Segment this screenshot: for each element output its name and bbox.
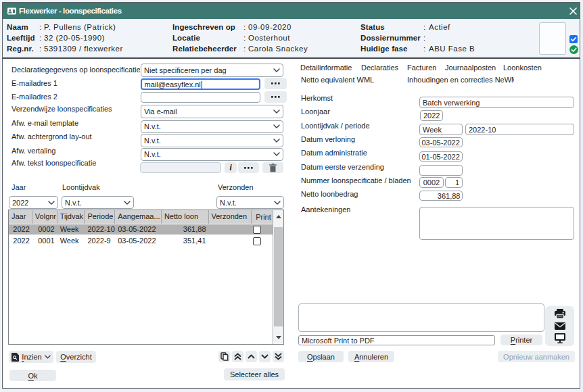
col-jaar[interactable]: Jaar bbox=[9, 210, 32, 224]
tab-journaalposten[interactable]: Journaalposten bbox=[445, 63, 497, 72]
nummer-field[interactable]: 0002 bbox=[419, 177, 444, 188]
datum-administratie-value: 01-05-2022 bbox=[422, 153, 460, 161]
move-last-button[interactable] bbox=[273, 351, 284, 362]
ok-label-rest: k bbox=[34, 372, 38, 380]
printer-name-field[interactable]: Microsoft Print to PDF bbox=[298, 335, 495, 345]
tekst-info-button[interactable]: i bbox=[225, 162, 237, 173]
bladen-field[interactable]: 1 bbox=[445, 177, 463, 188]
printer-button[interactable]: Printer bbox=[500, 335, 542, 345]
print-checkbox[interactable] bbox=[253, 237, 261, 245]
cell-netto: 361,88 bbox=[162, 224, 209, 235]
loonjaar-field[interactable]: 2022 bbox=[420, 110, 443, 121]
filter-loontijdvak-select[interactable]: N.v.t. bbox=[62, 196, 134, 209]
template-select[interactable]: N.v.t. bbox=[141, 120, 283, 134]
scroll-down-icon[interactable] bbox=[276, 336, 281, 339]
col-netto-loon[interactable]: Netto loon bbox=[162, 210, 209, 224]
printer-label: Printer bbox=[511, 336, 532, 344]
email1-field[interactable] bbox=[141, 78, 260, 90]
naam-value: P. Pullens (Patrick) bbox=[44, 23, 116, 32]
huidige-fase-label: Huidige fase bbox=[360, 45, 408, 53]
selecteer-alles-button[interactable]: Selecteer alles bbox=[224, 368, 285, 381]
move-up-button[interactable] bbox=[246, 351, 257, 362]
employee-info-header: Naam : P. Pullens (Patrick) Leeftijd : 3… bbox=[3, 19, 580, 59]
email1-input[interactable] bbox=[145, 80, 257, 89]
netto-loonbedrag-field[interactable]: 361,88 bbox=[419, 191, 463, 201]
table-row[interactable]: 2022 0002 Week 2022-10 03-05-2022 361,88 bbox=[9, 224, 273, 235]
annuleren-button[interactable]: Annuleren bbox=[348, 351, 394, 362]
datum-verloning-field[interactable]: 03-05-2022 bbox=[419, 137, 463, 147]
datum-verloning-label: Datum verloning bbox=[301, 134, 355, 144]
filter-loontijdvak-value: N.v.t. bbox=[65, 199, 82, 207]
naam-sep: : bbox=[39, 23, 42, 32]
achtergrond-select[interactable]: N.v.t. bbox=[141, 134, 283, 147]
scroll-up-icon[interactable] bbox=[276, 215, 281, 218]
col-periode[interactable]: Periode bbox=[85, 210, 115, 224]
annuleren-label: Annuleren bbox=[354, 353, 388, 361]
relatiebeheerder-label: Relatiebeheerder bbox=[172, 45, 237, 53]
inzien-button[interactable]: Inzien bbox=[9, 351, 53, 363]
cell-periode: 2022-9 bbox=[85, 236, 115, 246]
herkomst-value: Batch verwerking bbox=[423, 99, 480, 107]
col-volgnr[interactable]: Volgnr bbox=[32, 210, 57, 224]
chevron-double-up-icon bbox=[234, 353, 241, 360]
tijdvak-field[interactable]: Week bbox=[419, 124, 463, 135]
ok-button[interactable]: Ok bbox=[9, 370, 56, 381]
tab-declaraties[interactable]: Declaraties bbox=[361, 63, 399, 72]
chevron-down-icon bbox=[45, 355, 51, 359]
close-button[interactable] bbox=[567, 5, 578, 16]
opslaan-button[interactable]: Opslaan bbox=[298, 351, 344, 362]
aantekeningen-textarea[interactable] bbox=[419, 207, 574, 240]
tab-facturen[interactable]: Facturen bbox=[407, 63, 440, 72]
move-down-button[interactable] bbox=[259, 351, 271, 362]
scrollbar-thumb[interactable] bbox=[274, 227, 283, 326]
email2-input[interactable] bbox=[144, 93, 257, 101]
flag-checkbox-icon[interactable] bbox=[569, 35, 578, 43]
tab-netto-equivalent-wml[interactable]: Netto equivalent WML bbox=[301, 75, 377, 84]
tekst-field bbox=[140, 162, 221, 173]
col-verzonden[interactable]: Verzonden bbox=[209, 210, 252, 224]
vertaling-select-value: N.v.t. bbox=[144, 150, 161, 158]
overzicht-label: Overzicht bbox=[60, 353, 91, 361]
nummer-label: Nummer loonspecificatie / bladen bbox=[301, 176, 411, 185]
table-row[interactable]: 2022 0001 Week 2022-9 03-05-2022 351,41 bbox=[9, 236, 273, 246]
declaratie-select-value: Niet specificeren per dag bbox=[144, 66, 227, 74]
chevron-down-icon bbox=[274, 201, 281, 205]
col-print[interactable]: Print bbox=[252, 210, 273, 224]
declaratie-select[interactable]: Niet specificeren per dag bbox=[141, 64, 283, 77]
status-active-icon bbox=[569, 45, 578, 54]
opnieuw-aanmaken-button[interactable]: Opnieuw aanmaken bbox=[498, 351, 575, 362]
regnr-sep: : bbox=[39, 45, 42, 53]
tab-loonkosten[interactable]: Loonkosten bbox=[503, 63, 542, 72]
periode-field[interactable]: 2022-10 bbox=[465, 124, 574, 135]
copy-button[interactable] bbox=[218, 351, 230, 362]
email-output-button[interactable] bbox=[555, 322, 565, 330]
email1-more-button[interactable] bbox=[264, 78, 287, 89]
chevron-double-down-icon bbox=[275, 353, 282, 360]
print-output-button[interactable] bbox=[555, 309, 565, 318]
opslaan-label-rest: pslaan bbox=[313, 353, 335, 361]
tekst-delete-button[interactable] bbox=[262, 162, 283, 173]
table-scrollbar[interactable] bbox=[273, 210, 283, 344]
col-aangemaakt[interactable]: Aangemaa... bbox=[115, 210, 162, 224]
email2-more-button[interactable] bbox=[264, 91, 287, 103]
print-checkbox[interactable] bbox=[253, 226, 261, 234]
datum-verzending-field[interactable] bbox=[419, 165, 463, 176]
filter-jaar-select[interactable]: 2022 bbox=[9, 196, 58, 209]
verzendwijze-select[interactable]: Via e-mail bbox=[141, 105, 283, 118]
vertaling-select[interactable]: N.v.t. bbox=[141, 148, 283, 162]
overzicht-button[interactable]: Overzicht bbox=[56, 351, 96, 363]
tab-detailinformatie[interactable]: Detailinformatie bbox=[300, 63, 352, 72]
filter-verzonden-select[interactable]: N.v.t. bbox=[216, 196, 284, 209]
aantekeningen-label: Aantekeningen bbox=[301, 205, 350, 214]
achtergrond-select-value: N.v.t. bbox=[144, 137, 161, 145]
naam-label: Naam bbox=[7, 23, 28, 32]
move-first-button[interactable] bbox=[232, 351, 243, 362]
col-tijdvak[interactable]: Tijdvak bbox=[57, 210, 85, 224]
herkomst-field[interactable]: Batch verwerking bbox=[419, 97, 574, 108]
email2-field[interactable] bbox=[141, 92, 260, 103]
tab-inhoudingen[interactable]: Inhoudingen en correcties NeWML bbox=[407, 75, 514, 84]
filter-jaar-label: Jaar bbox=[11, 182, 26, 192]
datum-administratie-field[interactable]: 01-05-2022 bbox=[419, 151, 463, 162]
tekst-more-button[interactable] bbox=[238, 162, 259, 173]
screen-output-button[interactable] bbox=[555, 333, 565, 343]
